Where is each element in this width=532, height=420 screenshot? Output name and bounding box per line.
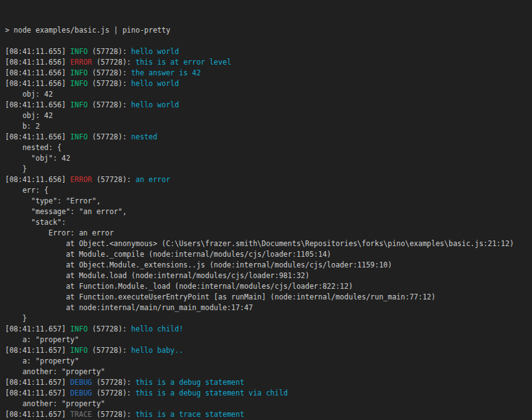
log-segment-cyan: an error [136,175,170,184]
log-segment-red: ERROR [70,58,92,67]
log-text-segment: [08:41:11.656] [5,175,70,184]
log-line: [08:41:11.656] INFO (57728): the answer … [5,68,532,78]
log-line: Error: an error [5,228,532,239]
log-line: } [5,313,532,324]
log-text-segment: [08:41:11.655] [5,47,70,56]
log-text-segment: (57728): [88,68,131,77]
log-line: at Object.<anonymous> (C:\Users\frazer.s… [5,239,532,249]
log-text-segment: "stack": [5,218,66,227]
log-line: [08:41:11.657] DEBUG (57728): this is a … [5,377,532,388]
log-line: a: "property" [5,335,532,345]
log-text-segment: "obj": 42 [5,154,70,163]
log-line: another: "property" [5,399,532,409]
log-text-segment: (57728): [88,325,131,333]
log-line: b: 2 [5,121,532,132]
log-line: "type": "Error", [5,196,532,207]
log-segment-green: INFO [70,325,88,333]
log-text-segment: [08:41:11.656] [5,79,70,88]
log-text-segment: another: "property" [5,367,105,376]
log-segment-cyan: nested [131,132,158,141]
log-line: at Function.executeUserEntryPoint [as ru… [5,292,532,303]
log-line: } [5,164,532,175]
log-segment-cyan: hello child! [131,325,183,333]
log-text-segment: err: { [5,186,48,195]
log-line: at Module.load (node:internal/modules/cj… [5,271,532,281]
log-text-segment: obj: 42 [5,111,53,120]
log-line: err: { [5,185,532,196]
log-line: [08:41:11.656] INFO (57728): hello world [5,78,532,89]
log-line: obj: 42 [5,110,532,121]
log-segment-cyan: hello baby.. [131,346,183,355]
log-line: "obj": 42 [5,153,532,164]
log-text-segment: (57728): [88,132,131,141]
log-text-segment: (57728): [88,100,131,109]
log-text-segment: another: "property" [5,399,105,408]
log-segment-cyan: hello world [131,100,179,109]
log-line: [08:41:11.657] DEBUG (57728): this is a … [5,388,532,399]
blank-line [5,36,532,46]
log-text-segment: at Function.executeUserEntryPoint [as ru… [5,293,435,301]
log-line: [08:41:11.655] INFO (57728): hello world [5,46,532,57]
log-text-segment: "type": "Error", [5,197,100,205]
log-segment-green: INFO [70,47,88,56]
log-segment-cyan: hello world [131,47,179,56]
log-text-segment: [08:41:11.657] [5,389,70,397]
log-text-segment: [08:41:11.656] [5,132,70,141]
log-line: [08:41:11.656] ERROR (57728): this is at… [5,57,532,68]
log-text-segment: at Object.<anonymous> (C:\Users\frazer.s… [5,239,514,248]
log-text-segment: a: "property" [5,335,79,344]
log-text-segment: obj: 42 [5,90,53,99]
terminal[interactable]: > node examples/basic.js | pino-pretty[0… [0,0,532,420]
log-segment-blue: DEBUG [70,389,92,397]
log-line: a: "property" [5,356,532,367]
log-segment-cyan: this is a trace statement [136,410,244,419]
log-line: at node:internal/main/run_main_module:17… [5,303,532,313]
log-line: at Object.Module._extensions..js (node:i… [5,260,532,271]
log-text-segment: (57728): [92,389,135,397]
log-segment-cyan: the answer is 42 [131,68,201,77]
log-text-segment: at Module.load (node:internal/modules/cj… [5,271,310,280]
log-segment-cyan: this is at error level [136,58,231,67]
log-text-segment: [08:41:11.656] [5,100,70,109]
log-line: "message": "an error", [5,207,532,217]
log-line: [08:41:11.656] ERROR (57728): an error [5,175,532,185]
log-text-segment: (57728): [92,410,135,419]
log-text-segment: a: "property" [5,357,79,365]
log-text-segment: [08:41:11.657] [5,378,70,387]
log-text-segment: } [5,314,27,323]
log-segment-green: INFO [70,68,88,77]
log-line: obj: 42 [5,89,532,100]
log-text-segment: [08:41:11.657] [5,325,70,333]
log-text-segment: (57728): [88,79,131,88]
log-line: nested: { [5,143,532,153]
log-line: [08:41:11.656] INFO (57728): hello world [5,100,532,110]
log-text-segment: "message": "an error", [5,207,127,216]
terminal-output: > node examples/basic.js | pino-pretty[0… [5,25,532,420]
log-line: "stack": [5,217,532,228]
log-text-segment: (57728): [92,175,135,184]
log-text-segment: } [5,164,27,173]
log-segment-red: ERROR [70,175,92,184]
log-text-segment: (57728): [92,378,135,387]
log-text-segment: (57728): [92,58,135,67]
log-segment-green: INFO [70,100,88,109]
log-segment-green: INFO [70,79,88,88]
log-segment-gray: TRACE [70,410,92,419]
log-text-segment: > node examples/basic.js | pino-pretty [5,26,170,35]
log-line: [08:41:11.657] INFO (57728): hello baby.… [5,345,532,356]
log-segment-cyan: this is a debug statement via child [136,389,288,397]
log-line: at Module._compile (node:internal/module… [5,249,532,260]
log-line: [08:41:11.657] INFO (57728): hello child… [5,324,532,335]
log-text-segment: at node:internal/main/run_main_module:17… [5,303,253,312]
log-text-segment: nested: { [5,143,62,152]
log-line: [08:41:11.656] INFO (57728): nested [5,132,532,143]
log-text-segment: at Object.Module._extensions..js (node:i… [5,261,392,269]
log-text-segment: b: 2 [5,122,40,131]
log-segment-cyan: this is a debug statement [136,378,244,387]
log-text-segment: Error: an error [5,229,114,237]
log-text-segment: [08:41:11.656] [5,58,70,67]
log-text-segment: at Function.Module._load (node:internal/… [5,282,353,291]
log-segment-green: INFO [70,132,88,141]
log-text-segment: (57728): [88,346,131,355]
log-line: another: "property" [5,367,532,377]
